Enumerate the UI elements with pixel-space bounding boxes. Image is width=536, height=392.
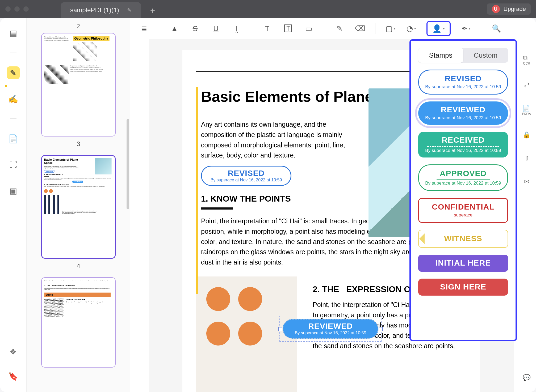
thumbnails-scrollbar[interactable] <box>127 119 129 209</box>
upgrade-label: Upgrade <box>504 6 526 12</box>
annotation-toolbar: ≣ ▲ S U T̰ T 🅃 ▭ ✎ ⌫ ▢▾ ◔▾ 👤▾ ✒▾ 🔍 <box>130 18 536 39</box>
reviewed-stamp-on-page: REVIEWED By superace at Nov 16, 2022 at … <box>283 319 378 339</box>
page-number-4: 4 <box>31 262 125 270</box>
text-tool-icon[interactable]: T <box>262 23 273 34</box>
stamp-option-witness[interactable]: WITNESS <box>418 230 508 248</box>
underline-tool-icon[interactable]: U <box>210 23 221 34</box>
intro-paragraph: Any art contains its own language, and t… <box>201 119 350 160</box>
edit-tool-icon[interactable]: ✍ <box>7 92 20 105</box>
left-sidebar: ▤ ✎ ✍ 📄 ⛶ ▣ ❖ 🔖 <box>0 18 27 392</box>
thumbnails-icon[interactable]: ▤ <box>7 27 20 39</box>
right-sidebar: ⧉OCR ⇄ 📄PDF/A 🔒 ⇧ ✉ 💬 <box>517 39 536 392</box>
stamp-option-sign-here[interactable]: SIGN HERE <box>418 279 508 296</box>
titlebar: samplePDF(1)(1) ✎ ＋ U Upgrade <box>0 0 536 18</box>
page-number-2: 2 <box>31 23 125 30</box>
user-avatar: U <box>492 5 500 13</box>
stamp-option-confidential[interactable]: CONFIDENTIAL superace <box>418 198 508 223</box>
highlighter-tool-icon[interactable]: ▲ <box>169 23 180 34</box>
layers-icon[interactable]: ❖ <box>7 345 20 358</box>
pdfa-icon[interactable]: 📄PDF/A <box>522 105 531 115</box>
document-tab[interactable]: samplePDF(1)(1) ✎ <box>61 2 141 18</box>
crop-tool-icon[interactable]: ⛶ <box>7 158 20 171</box>
protect-icon[interactable]: 🔒 <box>523 131 531 139</box>
note-tool-icon[interactable]: ≣ <box>138 23 149 34</box>
callout-tool-icon[interactable]: ▭ <box>303 23 314 34</box>
signature-tool-icon[interactable]: ✒▾ <box>460 23 471 34</box>
eraser-tool-icon[interactable]: ⌫ <box>354 23 366 34</box>
pen-tool-icon[interactable]: ✎ <box>334 23 345 34</box>
redact-tool-icon[interactable]: ▣ <box>7 184 20 197</box>
stamp-option-received[interactable]: RECEIVED By superace at Nov 16, 2022 at … <box>418 132 508 157</box>
active-indicator-dot <box>5 85 7 87</box>
stamp-tool-button[interactable]: 👤▾ <box>426 21 451 36</box>
maximize-window[interactable] <box>23 6 29 12</box>
minimize-window[interactable] <box>14 6 20 12</box>
close-window[interactable] <box>5 6 11 12</box>
thumbnail-page-3[interactable]: Basic Elements of Plane Space Any art co… <box>41 155 116 259</box>
strikethrough-tool-icon[interactable]: S <box>190 23 201 34</box>
tab-title: samplePDF(1)(1) <box>70 6 119 14</box>
search-icon[interactable]: 🔍 <box>491 23 502 34</box>
thumbnail-page-2[interactable]: The specific color of the image can be c… <box>41 33 116 137</box>
rename-tab-icon[interactable]: ✎ <box>127 7 132 13</box>
thumbnails-panel: 2 The specific color of the image can be… <box>27 18 130 392</box>
stamp-option-revised[interactable]: REVISED By superace at Nov 16, 2022 at 1… <box>418 70 508 95</box>
stamp-option-initial-here[interactable]: INITIAL HERE <box>418 255 508 272</box>
revised-stamp-on-page[interactable]: REVISED By superace at Nov 16, 2022 at 1… <box>201 166 291 186</box>
highlight-tool-icon[interactable]: ✎ <box>7 66 20 79</box>
textbox-tool-icon[interactable]: 🅃 <box>282 23 294 34</box>
measure-tool-icon[interactable]: ◔▾ <box>406 23 417 34</box>
stamp-option-reviewed[interactable]: REVIEWED By superace at Nov 16, 2022 at … <box>418 101 508 125</box>
reviewed-stamp-selection[interactable]: REVIEWED By superace at Nov 16, 2022 at … <box>279 316 382 342</box>
new-tab-button[interactable]: ＋ <box>149 5 157 16</box>
convert-icon[interactable]: ⇄ <box>524 81 529 89</box>
squiggly-tool-icon[interactable]: T̰ <box>231 23 242 34</box>
share-icon[interactable]: ⇧ <box>524 155 529 162</box>
stamps-popover: Stamps Custom REVISED By superace at Nov… <box>409 39 517 341</box>
upgrade-button[interactable]: U Upgrade <box>487 3 531 15</box>
email-icon[interactable]: ✉ <box>524 178 529 185</box>
accent-bar <box>196 87 198 294</box>
stamps-tab[interactable]: Stamps <box>418 48 463 63</box>
bookmark-icon[interactable]: 🔖 <box>7 370 20 382</box>
comments-icon[interactable]: 💬 <box>523 374 531 381</box>
ocr-icon[interactable]: ⧉OCR <box>523 54 530 65</box>
page-number-3: 3 <box>31 140 125 148</box>
page-tool-icon[interactable]: 📄 <box>7 132 20 145</box>
thumbnail-page-4[interactable]: Points also have dominant and recessive … <box>41 277 116 368</box>
shape-tool-icon[interactable]: ▢▾ <box>385 23 396 34</box>
stamp-option-approved[interactable]: APPROVED By superace at Nov 16, 2022 at … <box>418 164 508 191</box>
custom-tab[interactable]: Custom <box>463 48 508 63</box>
